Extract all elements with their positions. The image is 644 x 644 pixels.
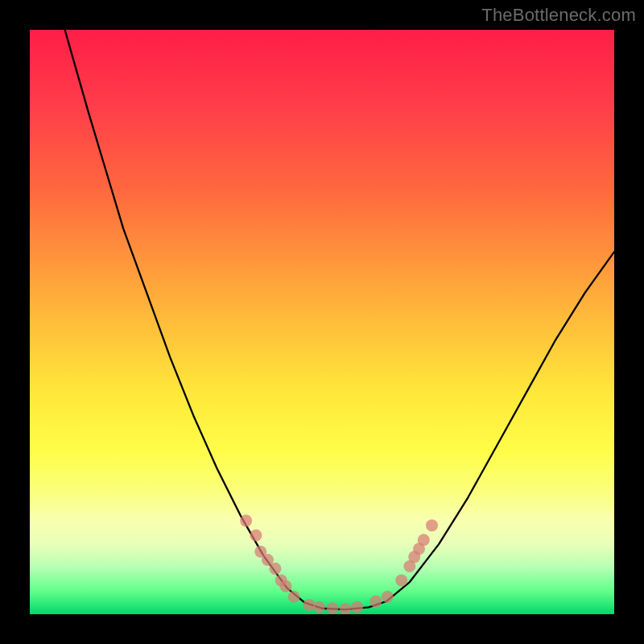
- data-marker: [418, 534, 430, 546]
- data-marker: [288, 591, 300, 603]
- chart-frame: TheBottleneck.com: [0, 0, 644, 644]
- data-marker: [327, 602, 339, 614]
- data-marker: [351, 601, 363, 613]
- data-marker: [426, 519, 438, 531]
- data-marker: [340, 603, 352, 614]
- watermark-text: TheBottleneck.com: [481, 5, 636, 26]
- data-marker: [279, 580, 291, 592]
- curve-layer: [30, 30, 614, 614]
- data-marker: [395, 574, 407, 586]
- data-marker: [313, 601, 325, 613]
- data-marker: [269, 563, 281, 575]
- data-marker: [240, 514, 252, 526]
- bottleneck-curve: [65, 30, 614, 609]
- data-marker: [382, 591, 394, 603]
- marker-group: [240, 514, 438, 614]
- data-marker: [369, 596, 382, 608]
- plot-area: [30, 30, 614, 614]
- data-marker: [250, 529, 262, 541]
